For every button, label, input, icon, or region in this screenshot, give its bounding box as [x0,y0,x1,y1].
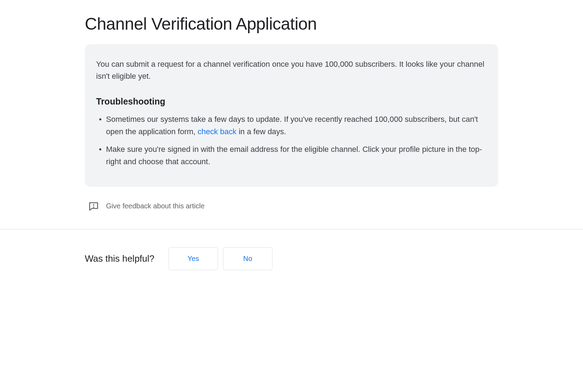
no-button[interactable]: No [223,247,272,270]
check-back-link[interactable]: check back [198,127,236,136]
feedback-icon [88,201,99,212]
troubleshooting-heading: Troubleshooting [96,96,487,107]
list-item-text-before: Sometimes our systems take a few days to… [106,115,478,136]
feedback-link[interactable]: Give feedback about this article [85,201,498,212]
eligibility-message: You can submit a request for a channel v… [96,58,487,82]
list-item: Make sure you're signed in with the emai… [96,143,487,168]
info-box: You can submit a request for a channel v… [85,44,498,187]
button-group: Yes No [169,247,272,270]
helpful-question: Was this helpful? [85,253,154,264]
list-item: Sometimes our systems take a few days to… [96,113,487,138]
page-title: Channel Verification Application [85,14,498,34]
list-item-text-after: in a few days. [236,127,286,136]
yes-button[interactable]: Yes [169,247,218,270]
troubleshooting-list: Sometimes our systems take a few days to… [96,113,487,168]
svg-point-1 [93,207,94,207]
feedback-label: Give feedback about this article [106,202,205,210]
list-item-text-before: Make sure you're signed in with the emai… [106,145,482,166]
helpful-section: Was this helpful? Yes No [57,230,526,288]
